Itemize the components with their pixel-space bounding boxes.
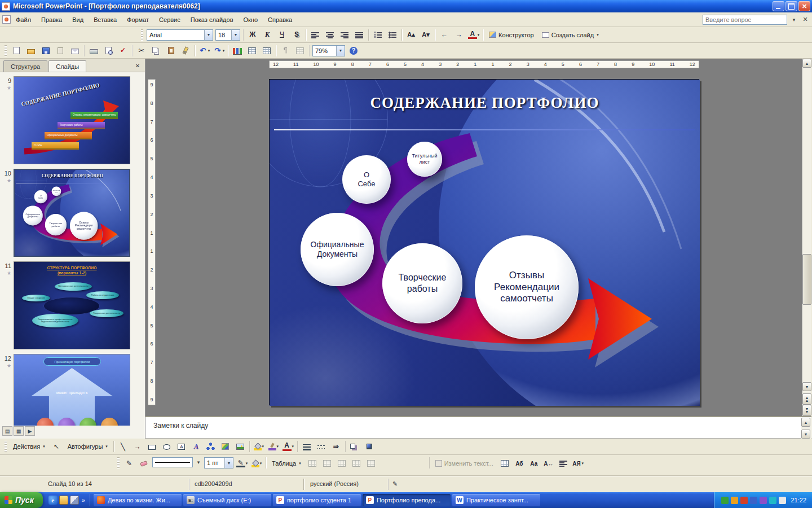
- clipart-icon[interactable]: [219, 440, 232, 453]
- picture-icon[interactable]: [233, 440, 247, 453]
- italic-icon[interactable]: К: [261, 29, 274, 41]
- chevron-down-icon[interactable]: ▼: [204, 30, 213, 40]
- show-desktop-icon[interactable]: [70, 496, 79, 505]
- menu-insert[interactable]: Вставка: [89, 14, 122, 25]
- sort-icon[interactable]: АЯ▾: [571, 457, 585, 470]
- shading-icon[interactable]: ▾: [250, 457, 263, 470]
- restore-button[interactable]: [785, 1, 797, 11]
- line-icon[interactable]: ╲: [116, 440, 130, 453]
- tray-icon[interactable]: [740, 497, 748, 504]
- paste-icon[interactable]: [164, 45, 178, 57]
- table-borders-icon[interactable]: [260, 45, 273, 57]
- slide-title[interactable]: СОДЕРЖАНИЕ ПОРТФОЛИО: [270, 94, 700, 112]
- slide-sorter-button[interactable]: ▦: [14, 426, 24, 436]
- slide-thumbnail-10[interactable]: 10 ★: [0, 169, 145, 257]
- tray-icon[interactable]: [769, 497, 776, 504]
- folder-launch-icon[interactable]: [59, 496, 68, 505]
- designer-button[interactable]: Конструктор: [485, 29, 538, 41]
- slide-thumbnail-12[interactable]: 12 ★ Презентация портфолио может проходи…: [0, 354, 145, 426]
- menu-edit[interactable]: Правка: [36, 14, 67, 25]
- circle-creative-works[interactable]: Творческие работы: [382, 243, 462, 323]
- slideshow-button[interactable]: ▶: [25, 426, 35, 436]
- align-center-icon[interactable]: [323, 29, 337, 41]
- text-placeholder-icon[interactable]: [498, 457, 511, 470]
- shadow-style-icon[interactable]: [348, 440, 361, 453]
- tab-outline[interactable]: Структура: [3, 60, 47, 72]
- align-bottom-icon[interactable]: [364, 457, 378, 470]
- close-button[interactable]: [798, 1, 810, 11]
- format-painter-icon[interactable]: [179, 45, 192, 57]
- slide-thumbnail-9[interactable]: 9 ★ СОДЕРЖАНИЕ ПОРТФОЛИО Отзывы, рекомен…: [0, 76, 145, 164]
- border-color-icon[interactable]: ✎▾: [235, 457, 249, 470]
- circle-title-list[interactable]: Титульный лист: [407, 142, 442, 177]
- font-style-icon[interactable]: Аб: [513, 457, 526, 470]
- notes-panel[interactable]: Заметки к слайду ▲ ▼: [145, 416, 811, 439]
- toolbar-grip[interactable]: [5, 441, 7, 452]
- close-panel-icon[interactable]: ✕: [134, 62, 142, 69]
- character-spacing-icon[interactable]: А↔: [542, 457, 555, 470]
- line-color-icon[interactable]: ▾: [267, 440, 280, 453]
- close-document-icon[interactable]: ✕: [801, 15, 810, 25]
- menu-tools[interactable]: Сервис: [154, 14, 186, 25]
- bullets-icon[interactable]: [386, 29, 399, 41]
- language-status[interactable]: русский (Россия): [310, 480, 359, 487]
- rectangle-icon[interactable]: [145, 440, 159, 453]
- clock[interactable]: 21:22: [791, 497, 806, 503]
- threed-style-icon[interactable]: [363, 440, 376, 453]
- toolbar-grip[interactable]: [5, 45, 7, 56]
- quick-launch-more-icon[interactable]: »: [81, 497, 86, 503]
- minimize-button[interactable]: [773, 1, 784, 11]
- draw-font-color-icon[interactable]: А▾: [281, 440, 295, 453]
- menu-window[interactable]: Окно: [239, 14, 263, 25]
- start-button[interactable]: Пуск: [0, 492, 43, 508]
- print-preview-icon[interactable]: [102, 45, 115, 57]
- chevron-down-icon[interactable]: ▼: [231, 30, 240, 40]
- next-slide-button[interactable]: ▼▼: [802, 405, 811, 416]
- insert-table-icon[interactable]: [245, 45, 259, 57]
- circle-official-documents[interactable]: Официальные Документы: [301, 213, 374, 286]
- menu-format[interactable]: Формат: [122, 14, 154, 25]
- menu-view[interactable]: Вид: [67, 14, 89, 25]
- spelling-icon[interactable]: ✓: [116, 45, 130, 57]
- chevron-down-icon[interactable]: ▾: [194, 457, 203, 467]
- normal-view-button[interactable]: ▤: [2, 426, 12, 436]
- decrease-indent-icon[interactable]: ←: [438, 29, 451, 41]
- center-vertically-icon[interactable]: [350, 457, 363, 470]
- increase-indent-icon[interactable]: →: [452, 29, 466, 41]
- chevron-down-icon[interactable]: ▼: [224, 458, 233, 468]
- browser-launch-icon[interactable]: e: [48, 496, 58, 505]
- print-icon[interactable]: [87, 45, 100, 57]
- chevron-down-icon[interactable]: ▼: [336, 46, 345, 56]
- line-spacing-icon[interactable]: [352, 29, 366, 41]
- insert-chart-icon[interactable]: [231, 45, 244, 57]
- document-icon[interactable]: [2, 15, 11, 24]
- tray-icon[interactable]: [750, 497, 757, 504]
- task-portfolio-prepodavatelya[interactable]: P Портфолио препода...: [363, 494, 451, 506]
- wordart-icon[interactable]: А: [189, 440, 203, 453]
- line-weight-combo[interactable]: 1 пт ▼: [204, 457, 233, 468]
- text-shadow-icon[interactable]: S: [290, 29, 303, 41]
- task-deviz[interactable]: Девиз по жизни. Жи...: [94, 494, 182, 506]
- new-slide-button[interactable]: Создать слайд ▾: [538, 29, 603, 41]
- task-prakticheskoe[interactable]: W Практическое занят...: [452, 494, 540, 506]
- tray-icon[interactable]: [760, 497, 767, 504]
- diagram-icon[interactable]: [204, 440, 218, 453]
- cut-icon[interactable]: ✂: [135, 45, 148, 57]
- edit-text-button[interactable]: Изменить текст...: [431, 457, 497, 470]
- tray-icon[interactable]: [731, 497, 738, 504]
- underline-icon[interactable]: Ч: [275, 29, 289, 41]
- menu-file[interactable]: Файл: [11, 14, 36, 25]
- font-name-combo[interactable]: Arial ▼: [147, 29, 213, 41]
- save-icon[interactable]: [39, 45, 52, 57]
- autoshapes-menu-button[interactable]: Автофигуры▾: [64, 440, 112, 453]
- notes-placeholder[interactable]: Заметки к слайду: [153, 422, 208, 430]
- help-icon[interactable]: ?: [347, 45, 360, 57]
- zoom-combo[interactable]: 79% ▼: [312, 45, 345, 56]
- scroll-up-icon[interactable]: ▲: [801, 418, 810, 427]
- redo-icon[interactable]: ↷▾: [212, 45, 226, 57]
- task-portfolio-studenta[interactable]: P портфолио студента 1: [273, 494, 361, 506]
- permission-icon[interactable]: [54, 45, 67, 57]
- align-left-icon[interactable]: [308, 29, 322, 41]
- font-color-icon[interactable]: А▾: [467, 29, 480, 41]
- circle-reviews[interactable]: Отзывы Рекомендации самоотчеты: [475, 235, 579, 339]
